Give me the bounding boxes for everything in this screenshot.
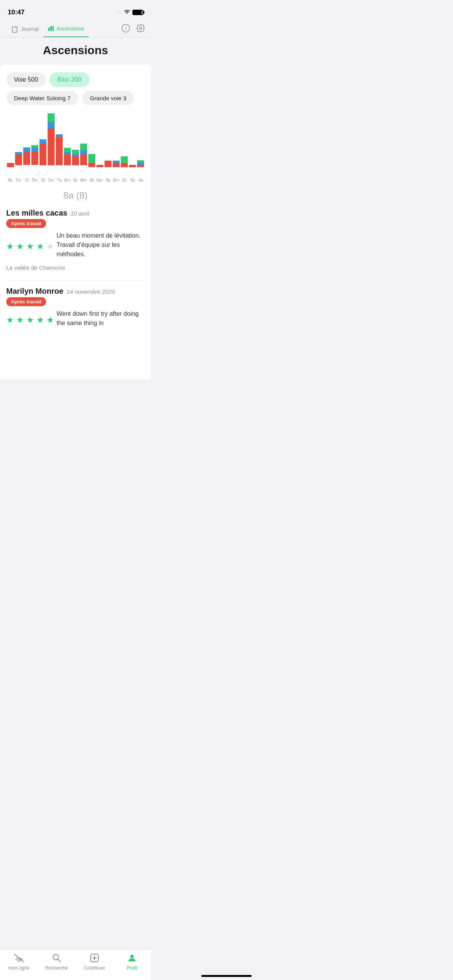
page-title: Ascensions [0, 44, 151, 57]
svg-rect-35 [113, 161, 120, 163]
filter-buttons: Voie 500 Bloc 200 Deep Water Soloing 7 G… [6, 72, 145, 105]
svg-rect-39 [137, 165, 144, 167]
svg-rect-16 [48, 128, 55, 165]
climb-tag-2[interactable]: Après travail [6, 297, 46, 306]
svg-rect-11 [31, 152, 38, 165]
svg-rect-9 [23, 152, 30, 165]
climb-location-1: La vallée de Chamonix [6, 264, 145, 271]
chart-label-7c: 7c [22, 178, 31, 182]
stars-row-2: ★ ★ ★ ★ ★ Went down first try after doin… [6, 309, 145, 331]
tab-journal[interactable]: 📋 Journal [6, 21, 43, 37]
status-icons: ··· [117, 9, 143, 15]
chart-label-7a+: 7a+ [47, 178, 55, 182]
chart-label-7a: 7a [55, 178, 63, 182]
star-2-4: ★ [36, 315, 44, 325]
svg-rect-3 [53, 26, 54, 31]
tab-journal-label: Journal [21, 26, 39, 32]
star-2-1: ★ [6, 315, 14, 325]
svg-rect-24 [72, 156, 79, 165]
svg-rect-37 [121, 156, 128, 163]
star-1-4: ★ [36, 242, 44, 252]
filter-deepwater[interactable]: Deep Water Soloing 7 [6, 91, 78, 105]
chart-label-6b+: 6b+ [80, 178, 88, 182]
svg-rect-14 [39, 144, 46, 165]
svg-rect-28 [80, 150, 87, 154]
climb-entry-2: Marilyn Monroe 14 novembre 2020 Après tr… [6, 287, 145, 331]
status-time: 10:47 [8, 9, 24, 16]
climb-name-row-2: Marilyn Monroe 14 novembre 2020 [6, 287, 145, 296]
chart-label-4a: 4a [137, 178, 145, 182]
svg-rect-34 [113, 163, 120, 167]
page-header: Ascensions [0, 38, 151, 65]
svg-rect-31 [88, 154, 95, 163]
svg-rect-20 [56, 134, 63, 137]
journal-icon: 📋 [11, 26, 19, 33]
svg-rect-15 [39, 139, 46, 144]
climb-name-2[interactable]: Marilyn Monroe [6, 287, 63, 296]
stars-row-1: ★ ★ ★ ★ ★ Un beau moment de lévitation. … [6, 231, 145, 262]
climb-date-2: 14 novembre 2020 [67, 288, 115, 295]
star-1-2: ★ [16, 242, 24, 252]
chart-container [6, 113, 145, 175]
svg-rect-0 [48, 28, 49, 31]
svg-rect-17 [48, 122, 55, 128]
filter-bloc200[interactable]: Bloc 200 [50, 72, 89, 87]
info-icon[interactable]: i [122, 24, 130, 34]
grade-header: 8a (8) [6, 190, 145, 201]
filter-voie500[interactable]: Voie 500 [6, 72, 46, 87]
svg-rect-22 [64, 152, 71, 154]
chart-label-5c+: 5c+ [112, 178, 120, 182]
svg-rect-29 [80, 144, 87, 150]
star-1-3: ★ [26, 242, 34, 252]
tab-ascensions[interactable]: Ascensions [43, 21, 89, 37]
chart-label-5c: 5c [120, 178, 129, 182]
svg-rect-7 [15, 154, 22, 165]
svg-rect-36 [121, 163, 128, 167]
svg-rect-32 [96, 165, 103, 167]
chart-label-6b: 6b [88, 178, 96, 182]
chart-label-6a+: 6a+ [96, 178, 104, 182]
svg-rect-13 [31, 145, 38, 147]
svg-rect-6 [7, 163, 14, 167]
star-2-3: ★ [26, 315, 34, 325]
svg-rect-38 [129, 165, 136, 167]
svg-rect-21 [64, 154, 71, 165]
chart-label-7c+: 7c+ [14, 178, 22, 182]
svg-rect-1 [50, 27, 51, 31]
climb-tag-1[interactable]: Après travail [6, 219, 46, 228]
svg-rect-26 [72, 150, 79, 154]
battery-icon [132, 10, 143, 15]
signal-dots-icon: ··· [117, 10, 122, 15]
svg-rect-25 [72, 154, 79, 156]
svg-rect-19 [56, 137, 63, 165]
chart-labels: 8a 7c+ 7c 7b+ 7b 7a+ 7a 6c+ 6c 6b+ 6b 6a… [6, 178, 145, 182]
star-2-5: ★ [46, 315, 54, 325]
wifi-icon [124, 9, 130, 15]
main-content: Voie 500 Bloc 200 Deep Water Soloing 7 G… [0, 65, 151, 379]
svg-rect-23 [64, 148, 71, 152]
climb-name-row-1: Les milles cacas 10 avril [6, 209, 145, 218]
climb-comment-1: Un beau moment de lévitation. Travail d'… [57, 231, 145, 259]
star-1-5: ★ [46, 242, 54, 252]
svg-rect-18 [48, 113, 55, 122]
top-nav: 📋 Journal Ascensions i [0, 19, 151, 38]
svg-rect-8 [15, 152, 22, 154]
svg-rect-2 [51, 26, 52, 31]
chart-label-6a: 6a [104, 178, 112, 182]
chart-label-8a: 8a [6, 178, 14, 182]
divider-1 [6, 280, 145, 281]
climb-name-1[interactable]: Les milles cacas [6, 209, 67, 218]
climb-date-1: 10 avril [70, 210, 89, 217]
svg-rect-40 [137, 163, 144, 165]
climb-entry-1: Les milles cacas 10 avril Après travail … [6, 209, 145, 271]
star-1-1: ★ [6, 242, 14, 252]
svg-rect-12 [31, 147, 38, 152]
status-bar: 10:47 ··· [0, 0, 151, 19]
chart-label-6c+: 6c+ [63, 178, 71, 182]
settings-icon[interactable] [136, 24, 145, 34]
chart-label-7b: 7b [39, 178, 47, 182]
filter-grandevoie[interactable]: Grande voie 3 [82, 91, 134, 105]
svg-rect-33 [105, 161, 112, 167]
svg-rect-41 [137, 160, 144, 163]
tab-ascensions-label: Ascensions [57, 26, 84, 32]
